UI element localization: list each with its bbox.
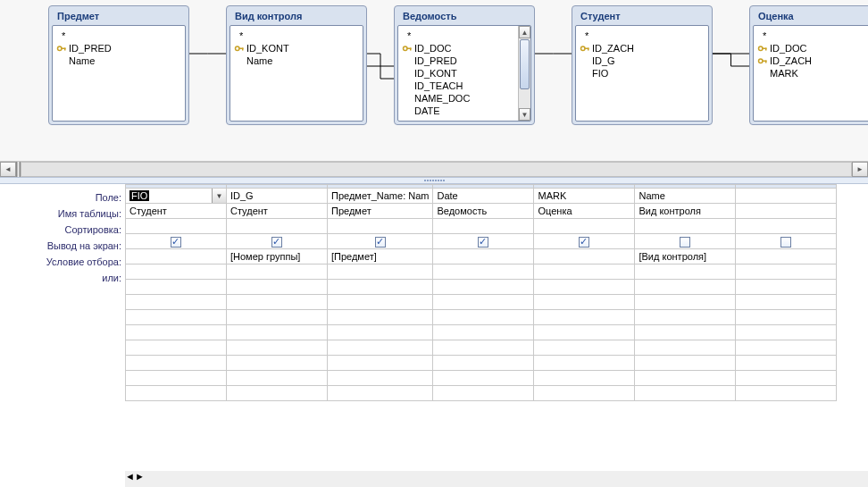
field-cell[interactable]: MARK (534, 189, 635, 204)
or-cell[interactable] (433, 264, 534, 280)
field-row[interactable]: DATE (400, 105, 518, 117)
criteria-cell[interactable]: [Предмет] (328, 249, 433, 264)
all-fields-star[interactable]: * (755, 29, 868, 42)
list-scrollbar[interactable]: ▲▼ (518, 26, 530, 121)
show-checkbox[interactable] (780, 237, 791, 248)
blank-cell[interactable] (534, 371, 635, 386)
blank-cell[interactable] (736, 386, 837, 401)
table-title[interactable]: Студент (575, 9, 709, 25)
sort-cell[interactable] (736, 219, 837, 234)
scroll-left-icon[interactable]: ◄ (0, 162, 16, 177)
table-cell[interactable]: Ведомость (433, 204, 534, 219)
blank-cell[interactable] (126, 280, 227, 295)
blank-cell[interactable] (328, 356, 433, 371)
field-list[interactable]: *ID_DOCID_ZACHMARK (753, 25, 868, 122)
or-cell[interactable] (635, 264, 736, 280)
criteria-cell[interactable] (534, 249, 635, 264)
field-cell[interactable]: FIO▼ (126, 189, 227, 204)
field-row[interactable]: ID_PRED (54, 42, 183, 55)
blank-cell[interactable] (635, 340, 736, 356)
or-cell[interactable] (736, 264, 837, 280)
blank-cell[interactable] (736, 295, 837, 310)
blank-cell[interactable] (227, 386, 328, 401)
relations-pane[interactable]: Предмет*ID_PREDNameВид контроля*ID_KONTN… (0, 0, 868, 161)
scroll-track[interactable] (21, 162, 852, 177)
show-cell[interactable] (635, 234, 736, 249)
all-fields-star[interactable]: * (54, 29, 183, 42)
or-cell[interactable] (328, 264, 433, 280)
blank-cell[interactable] (227, 310, 328, 325)
table-box[interactable]: Оценка*ID_DOCID_ZACHMARK (749, 5, 868, 125)
show-cell[interactable] (736, 234, 837, 249)
show-checkbox[interactable] (375, 237, 386, 248)
blank-cell[interactable] (328, 371, 433, 386)
blank-cell[interactable] (433, 340, 534, 356)
criteria-cell[interactable] (126, 249, 227, 264)
blank-cell[interactable] (534, 356, 635, 371)
field-row[interactable]: ID_TEACH (400, 80, 518, 92)
blank-cell[interactable] (126, 310, 227, 325)
blank-cell[interactable] (534, 340, 635, 356)
relationship-line[interactable] (713, 54, 749, 66)
criteria-cell[interactable] (736, 249, 837, 264)
blank-cell[interactable] (126, 295, 227, 310)
field-row[interactable]: NAME_DOC (400, 92, 518, 105)
blank-cell[interactable] (328, 340, 433, 356)
blank-cell[interactable] (736, 310, 837, 325)
blank-cell[interactable] (635, 356, 736, 371)
field-cell[interactable]: Предмет_Name: Nam (328, 189, 433, 204)
table-title[interactable]: Оценка (753, 9, 868, 25)
show-checkbox[interactable] (680, 237, 690, 248)
table-cell[interactable] (736, 204, 837, 219)
all-fields-star[interactable]: * (232, 29, 361, 42)
field-row[interactable]: ID_PRED (400, 55, 518, 67)
sort-cell[interactable] (328, 219, 433, 234)
blank-cell[interactable] (328, 310, 433, 325)
sort-cell[interactable] (534, 219, 635, 234)
upper-horizontal-scrollbar[interactable]: ◄ ► (0, 161, 868, 177)
blank-cell[interactable] (635, 386, 736, 401)
blank-cell[interactable] (534, 295, 635, 310)
field-cell[interactable]: Date (433, 189, 534, 204)
lower-horizontal-scrollbar[interactable]: ◄ ► (125, 471, 868, 487)
blank-cell[interactable] (433, 310, 534, 325)
scroll-left-icon[interactable]: ◄ (125, 471, 135, 487)
table-title[interactable]: Предмет (52, 9, 186, 25)
sort-cell[interactable] (126, 219, 227, 234)
blank-cell[interactable] (534, 386, 635, 401)
table-title[interactable]: Ведомость (397, 9, 531, 25)
relationship-line[interactable] (367, 54, 394, 66)
scroll-right-icon[interactable]: ► (135, 471, 145, 487)
blank-cell[interactable] (328, 386, 433, 401)
table-cell[interactable]: Вид контроля (635, 204, 736, 219)
blank-cell[interactable] (433, 356, 534, 371)
blank-cell[interactable] (126, 371, 227, 386)
blank-cell[interactable] (328, 295, 433, 310)
blank-cell[interactable] (635, 280, 736, 295)
field-row[interactable]: ID_ZACH (578, 42, 706, 55)
pane-splitter[interactable] (0, 177, 868, 184)
blank-cell[interactable] (635, 325, 736, 340)
field-row[interactable]: ID_ZACH (755, 55, 868, 67)
show-cell[interactable] (534, 234, 635, 249)
field-row[interactable]: ID_DOC (755, 42, 868, 55)
blank-cell[interactable] (635, 371, 736, 386)
dropdown-icon[interactable]: ▼ (212, 189, 226, 203)
blank-cell[interactable] (534, 310, 635, 325)
blank-cell[interactable] (227, 371, 328, 386)
blank-cell[interactable] (433, 386, 534, 401)
scroll-right-icon[interactable]: ► (852, 162, 868, 177)
field-row[interactable]: FIO (578, 67, 706, 80)
blank-cell[interactable] (433, 325, 534, 340)
field-row[interactable]: ID_KONT (232, 42, 361, 55)
show-checkbox[interactable] (171, 237, 181, 248)
table-box[interactable]: Ведомость*ID_DOCID_PREDID_KONTID_TEACHNA… (394, 5, 535, 125)
blank-cell[interactable] (534, 280, 635, 295)
field-list[interactable]: *ID_KONTName (230, 25, 363, 122)
criteria-cell[interactable]: [Вид контроля] (635, 249, 736, 264)
blank-cell[interactable] (126, 325, 227, 340)
blank-cell[interactable] (433, 371, 534, 386)
blank-cell[interactable] (736, 340, 837, 356)
blank-cell[interactable] (736, 371, 837, 386)
blank-cell[interactable] (227, 280, 328, 295)
